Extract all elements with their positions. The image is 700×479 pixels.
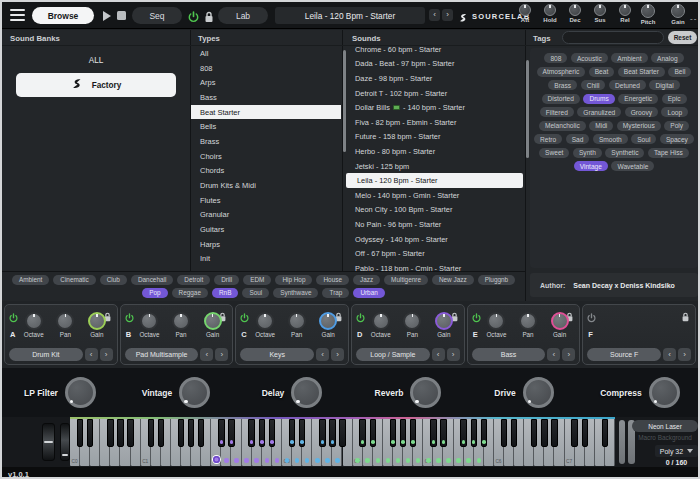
pan-knob[interactable] xyxy=(519,312,537,330)
tag-tape-hiss[interactable]: Tape Hiss xyxy=(648,148,689,158)
pan-knob[interactable] xyxy=(403,312,421,330)
lock-icon[interactable] xyxy=(204,9,214,27)
tag-chill[interactable]: Chill xyxy=(581,80,606,90)
fx-vintage-knob[interactable] xyxy=(179,377,210,408)
sus-knob[interactable] xyxy=(594,4,606,16)
tag-digital[interactable]: Digital xyxy=(649,80,679,90)
gain-knob[interactable] xyxy=(671,4,685,18)
reset-tags-button[interactable]: Reset xyxy=(668,31,697,44)
menu-icon[interactable] xyxy=(10,9,25,21)
type-item-beat-starter[interactable]: Beat Starter xyxy=(191,105,341,120)
sound-item-detroit-t-102-bpm-starter[interactable]: Detroit T - 102 bpm - Starter xyxy=(344,86,525,101)
sound-item-leila-120-bpm-starter[interactable]: Leila - 120 Bpm - Starter xyxy=(346,173,523,188)
next-source-button[interactable]: › xyxy=(100,348,113,361)
piano-key-black[interactable] xyxy=(188,419,194,447)
sound-item-jetski-125-bpm[interactable]: Jetski - 125 bpm xyxy=(344,159,525,174)
slot-source-name[interactable]: Pad Multisample xyxy=(125,348,199,361)
piano-key-black[interactable] xyxy=(551,419,557,447)
genre-tag-house[interactable]: House xyxy=(316,275,348,285)
sound-item-chrome-60-bpm-starter[interactable]: Chrome - 60 bpm - Starter xyxy=(344,45,525,57)
sound-item-melo-140-bpm-gmin-starter[interactable]: Melo - 140 bpm - Gmin - Starter xyxy=(344,188,525,203)
genre-tag-multigenre[interactable]: Multigenre xyxy=(384,275,428,285)
genre-tag-pop[interactable]: Pop xyxy=(142,288,167,298)
type-item-granular[interactable]: Granular xyxy=(191,208,341,223)
slot-source-name[interactable]: Bass xyxy=(472,348,546,361)
tag-distorted[interactable]: Distorted xyxy=(542,94,580,104)
tag-atmospheric[interactable]: Atmospheric xyxy=(537,67,586,77)
type-item-arps[interactable]: Arps xyxy=(191,75,341,90)
preset-display[interactable]: Leila - 120 Bpm - Starter xyxy=(275,7,425,24)
tag-energetic[interactable]: Energetic xyxy=(618,94,658,104)
power-icon[interactable] xyxy=(240,309,249,327)
tag-smooth[interactable]: Smooth xyxy=(593,134,628,144)
genre-tag-dancehall[interactable]: Dancehall xyxy=(131,275,173,285)
tag-granulized[interactable]: Granulized xyxy=(577,107,621,117)
browse-button[interactable]: Browse xyxy=(32,7,94,24)
fx-compress-knob[interactable] xyxy=(649,377,680,408)
pitch-wheel[interactable] xyxy=(42,423,55,461)
piano-key-black[interactable] xyxy=(77,419,83,447)
genre-tag-reggae[interactable]: Reggae xyxy=(172,288,208,298)
genre-tag-new-jazz[interactable]: New Jazz xyxy=(432,275,474,285)
genre-tag-club[interactable]: Club xyxy=(100,275,127,285)
type-item-flutes[interactable]: Flutes xyxy=(191,193,341,208)
gain-knob[interactable] xyxy=(551,312,569,330)
tag-sweet[interactable]: Sweet xyxy=(539,148,569,158)
lock-icon[interactable] xyxy=(681,308,690,326)
slot-source-name[interactable]: Keys xyxy=(240,348,314,361)
octave-knob[interactable] xyxy=(372,312,390,330)
piano-key-black[interactable] xyxy=(127,419,133,447)
type-item-brass[interactable]: Brass xyxy=(191,134,341,149)
genre-tag-edm[interactable]: EDM xyxy=(243,275,271,285)
tag-groovy[interactable]: Groovy xyxy=(625,107,658,117)
piano-key-black[interactable] xyxy=(148,419,154,447)
slot-source-name[interactable]: Drum Kit xyxy=(9,348,83,361)
genre-tag-trap[interactable]: Trap xyxy=(322,288,349,298)
tag-spacey[interactable]: Spacey xyxy=(660,134,694,144)
piano-key-black[interactable] xyxy=(87,419,93,447)
piano-key-black[interactable] xyxy=(541,419,547,447)
power-icon[interactable] xyxy=(9,309,18,327)
piano-key-black[interactable] xyxy=(198,419,204,447)
genre-tag-synthwave[interactable]: Synthwave xyxy=(273,288,318,298)
tag-mysterious[interactable]: Mysterious xyxy=(617,121,661,131)
prev-preset-button[interactable]: ‹ xyxy=(429,9,440,21)
type-item-bass[interactable]: Bass xyxy=(191,90,341,105)
next-source-button[interactable]: › xyxy=(678,348,691,361)
next-preset-button[interactable]: › xyxy=(442,9,453,21)
genre-tag-pluggnb[interactable]: Pluggnb xyxy=(478,275,515,285)
fx-lp-filter-knob[interactable] xyxy=(65,377,96,408)
tag-epic[interactable]: Epic xyxy=(662,94,687,104)
type-item-choirs[interactable]: Choirs xyxy=(191,149,341,164)
att-knob[interactable] xyxy=(519,4,531,16)
lab-button[interactable]: Lab xyxy=(218,7,268,24)
type-item-init[interactable]: Init xyxy=(191,252,341,267)
sounds-scrollbar[interactable] xyxy=(343,50,346,152)
type-item-808[interactable]: 808 xyxy=(191,61,341,76)
piano-key-black[interactable] xyxy=(178,419,184,447)
keyboard-scroll-handle[interactable] xyxy=(619,420,625,464)
genre-tag-detroit[interactable]: Detroit xyxy=(177,275,210,285)
sound-item-no-pain-96-bpm-starter[interactable]: No Pain - 96 bpm - Starter xyxy=(344,217,525,232)
tag-search-input[interactable] xyxy=(563,34,662,41)
prev-source-button[interactable]: ‹ xyxy=(547,348,560,361)
tag-melancholic[interactable]: Melancholic xyxy=(539,121,586,131)
gain-knob[interactable] xyxy=(204,312,222,330)
tag-synthetic[interactable]: Synthetic xyxy=(605,148,644,158)
pitch-knob[interactable] xyxy=(641,4,655,18)
octave-knob[interactable] xyxy=(25,312,43,330)
type-item-bells[interactable]: Bells xyxy=(191,119,341,134)
sound-item-dada-beat-97-bpm-starter[interactable]: Dada - Beat - 97 bpm - Starter xyxy=(344,57,525,72)
genre-tag-hip-hop[interactable]: Hip Hop xyxy=(275,275,312,285)
slot-source-name[interactable]: Source F xyxy=(587,348,661,361)
type-item-drum-kits-midi[interactable]: Drum Kits & Midi xyxy=(191,178,341,193)
piano-key-black[interactable] xyxy=(602,419,608,447)
sound-item-fiva-82-bpm-ebmin-starter[interactable]: Fiva - 82 bpm - Ebmin - Starter xyxy=(344,115,525,130)
fx-drive-knob[interactable] xyxy=(523,377,554,408)
pan-knob[interactable] xyxy=(288,312,306,330)
tag-filtered[interactable]: Filtered xyxy=(540,107,574,117)
piano-key-black[interactable] xyxy=(531,419,537,447)
tag-loop[interactable]: Loop xyxy=(661,107,688,117)
power-icon[interactable] xyxy=(356,309,365,327)
fx-reverb-knob[interactable] xyxy=(410,377,441,408)
